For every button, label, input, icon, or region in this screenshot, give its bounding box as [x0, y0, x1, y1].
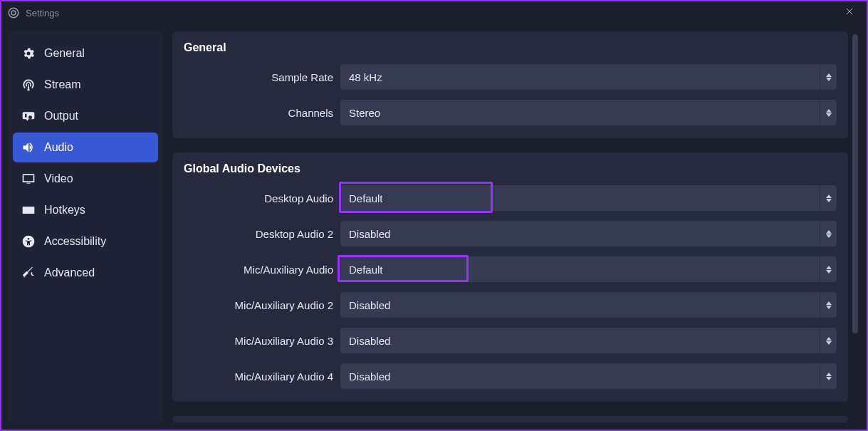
scrollbar-track[interactable]	[852, 31, 859, 422]
select-value[interactable]: Default	[340, 256, 820, 282]
select-value[interactable]: Disabled	[340, 328, 820, 353]
select-sample-rate[interactable]: 48 kHz	[340, 64, 837, 90]
accessibility-icon	[21, 234, 36, 249]
titlebar: Settings	[1, 1, 867, 24]
sidebar-item-label: Accessibility	[44, 235, 106, 248]
sidebar-item-general[interactable]: General	[13, 38, 158, 68]
row-label: Sample Rate	[184, 71, 340, 83]
row-label: Desktop Audio 2	[184, 228, 340, 240]
chevron-up-down-icon[interactable]	[820, 185, 837, 211]
select-mic-aux[interactable]: Default	[340, 256, 837, 282]
row-label: Channels	[184, 107, 340, 119]
content-wrap: GeneralSample Rate48 kHzChannelsStereoGl…	[172, 31, 859, 422]
select-value[interactable]: Stereo	[340, 100, 820, 125]
settings-window: Settings GeneralStreamOutputAudioVideoHo…	[1, 1, 867, 430]
sidebar-item-label: Video	[44, 172, 73, 185]
panel-general: GeneralSample Rate48 kHzChannelsStereo	[172, 31, 848, 138]
row-desktop-audio: Desktop AudioDefault	[184, 185, 837, 211]
row-label: Mic/Auxiliary Audio	[184, 264, 340, 276]
sidebar-item-video[interactable]: Video	[13, 164, 158, 194]
row-field: Disabled	[340, 221, 837, 246]
panel-title: General	[184, 41, 837, 54]
row-desktop-audio-2: Desktop Audio 2Disabled	[184, 221, 837, 246]
row-sample-rate: Sample Rate48 kHz	[184, 64, 837, 90]
chevron-up-down-icon[interactable]	[820, 100, 837, 125]
row-label: Mic/Auxiliary Audio 3	[184, 335, 340, 347]
select-desktop-audio[interactable]: Default	[340, 185, 837, 211]
chevron-up-down-icon[interactable]	[820, 292, 837, 318]
select-desktop-audio-2[interactable]: Disabled	[340, 221, 837, 246]
keyboard-icon	[21, 203, 36, 217]
sidebar-item-label: Hotkeys	[44, 204, 85, 217]
row-mic-aux-4: Mic/Auxiliary Audio 4Disabled	[184, 363, 837, 389]
row-channels: ChannelsStereo	[184, 100, 837, 125]
select-value[interactable]: 48 kHz	[340, 64, 820, 90]
row-field: 48 kHz	[340, 64, 837, 90]
content-area: GeneralSample Rate48 kHzChannelsStereoGl…	[172, 31, 848, 422]
sidebar-item-label: Audio	[44, 141, 73, 154]
row-field: Stereo	[340, 100, 837, 125]
sidebar-item-audio[interactable]: Audio	[13, 133, 158, 162]
select-mic-aux-3[interactable]: Disabled	[340, 328, 837, 353]
sidebar-item-label: Output	[44, 110, 78, 123]
sidebar-item-hotkeys[interactable]: Hotkeys	[13, 195, 158, 225]
sidebar-item-label: Stream	[44, 78, 81, 91]
scrollbar-thumb[interactable]	[852, 34, 858, 333]
tools-icon	[21, 266, 36, 280]
chevron-up-down-icon[interactable]	[820, 363, 837, 389]
output-icon	[21, 109, 36, 123]
speaker-icon	[21, 140, 36, 155]
sidebar-item-accessibility[interactable]: Accessibility	[13, 227, 158, 256]
chevron-up-down-icon[interactable]	[820, 328, 837, 353]
obs-logo-icon	[7, 6, 20, 19]
svg-point-1	[11, 11, 16, 15]
row-label: Mic/Auxiliary Audio 4	[184, 370, 340, 383]
row-field: Default	[340, 256, 837, 282]
select-mic-aux-2[interactable]: Disabled	[340, 292, 837, 318]
select-value[interactable]: Disabled	[340, 363, 820, 389]
row-field: Disabled	[340, 328, 837, 353]
gear-icon	[21, 46, 36, 61]
sidebar-item-label: Advanced	[44, 266, 95, 279]
panel-next-peek	[172, 416, 848, 422]
select-channels[interactable]: Stereo	[340, 100, 837, 125]
select-mic-aux-4[interactable]: Disabled	[340, 363, 837, 389]
row-field: Disabled	[340, 292, 837, 318]
close-button[interactable]	[838, 6, 861, 19]
row-mic-aux-3: Mic/Auxiliary Audio 3Disabled	[184, 328, 837, 353]
sidebar: GeneralStreamOutputAudioVideoHotkeysAcce…	[9, 31, 162, 422]
row-field: Default	[340, 185, 837, 211]
sidebar-item-advanced[interactable]: Advanced	[13, 258, 158, 288]
window-body: GeneralStreamOutputAudioVideoHotkeysAcce…	[1, 24, 867, 430]
row-label: Mic/Auxiliary Audio 2	[184, 299, 340, 311]
window-title: Settings	[26, 8, 59, 19]
select-value[interactable]: Disabled	[340, 221, 820, 246]
panel-title: Global Audio Devices	[184, 162, 837, 175]
chevron-up-down-icon[interactable]	[820, 221, 837, 246]
select-value[interactable]: Default	[340, 185, 820, 211]
sidebar-item-output[interactable]: Output	[13, 101, 158, 131]
row-field: Disabled	[340, 363, 837, 389]
sidebar-item-label: General	[44, 47, 85, 60]
row-mic-aux: Mic/Auxiliary AudioDefault	[184, 256, 837, 282]
antenna-icon	[21, 78, 36, 92]
panel-global_audio: Global Audio DevicesDesktop AudioDefault…	[172, 152, 848, 402]
chevron-up-down-icon[interactable]	[820, 256, 837, 282]
chevron-up-down-icon[interactable]	[820, 64, 837, 90]
row-mic-aux-2: Mic/Auxiliary Audio 2Disabled	[184, 292, 837, 318]
monitor-icon	[21, 172, 36, 186]
sidebar-item-stream[interactable]: Stream	[13, 70, 158, 100]
select-value[interactable]: Disabled	[340, 292, 820, 318]
row-label: Desktop Audio	[184, 192, 340, 204]
